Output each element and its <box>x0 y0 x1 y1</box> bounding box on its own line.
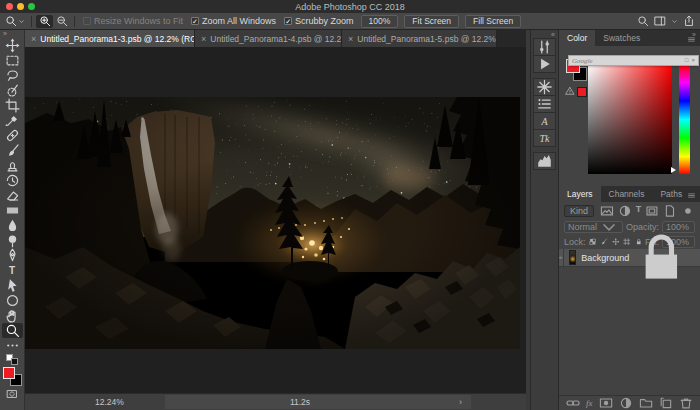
new-group-icon[interactable] <box>639 396 653 410</box>
actions-panel-icon[interactable] <box>533 55 556 73</box>
document-status[interactable]: 11.2s › <box>165 395 471 409</box>
rectangular-marquee-tool[interactable] <box>2 53 23 68</box>
panel-menu-icon[interactable] <box>687 191 696 200</box>
tab-color[interactable]: Color <box>559 30 595 46</box>
document-tab[interactable]: ×Untitled_Panorama1-3.psb @ 12.2% (RGB/1… <box>25 30 195 47</box>
close-tab-icon[interactable]: × <box>348 34 353 44</box>
character-panel-icon[interactable]: Tk <box>533 129 556 147</box>
filter-type-layers-icon[interactable]: T <box>636 204 642 218</box>
blend-mode-dropdown[interactable]: Normal <box>564 221 623 233</box>
lock-position-icon[interactable] <box>612 238 620 246</box>
fit-screen-button[interactable]: Fit Screen <box>404 15 459 28</box>
gamut-warning-icon[interactable] <box>565 86 575 96</box>
pasteboard[interactable] <box>25 47 526 393</box>
document-tab[interactable]: ×Untitled_Panorama1-5.psb @ 12.2% (ra… <box>342 30 497 47</box>
saturation-brightness-field[interactable] <box>588 65 672 174</box>
quick-mask-button[interactable] <box>6 388 18 400</box>
type-tool[interactable]: T <box>2 263 23 278</box>
foreground-color-swatch[interactable] <box>3 367 15 379</box>
active-tool-preview[interactable] <box>5 15 25 27</box>
new-adjustment-layer-icon[interactable] <box>619 396 633 410</box>
document-tab[interactable]: ×Untitled_Panorama1-4.psb @ 12.2% (La… <box>195 30 342 47</box>
add-mask-icon[interactable] <box>599 396 613 410</box>
checkbox-zoom-all-windows[interactable]: ✓Zoom All Windows <box>191 16 276 26</box>
pen-tool[interactable] <box>2 248 23 263</box>
spot-healing-brush-tool[interactable] <box>2 128 23 143</box>
link-layers-icon[interactable] <box>566 396 580 410</box>
document-tabs-bar: ×Untitled_Panorama1-3.psb @ 12.2% (RGB/1… <box>25 30 526 47</box>
filter-pixel-layers-icon[interactable] <box>600 204 614 218</box>
gradient-tool[interactable] <box>2 203 23 218</box>
paragraph-panel-icon[interactable] <box>533 95 556 113</box>
quick-selection-tool[interactable] <box>2 83 23 98</box>
zoom-tool[interactable] <box>2 323 23 338</box>
filter-toggle-icon[interactable] <box>681 204 695 218</box>
overlay-minimize-icon[interactable]: □ <box>685 56 689 65</box>
google-overlay-window[interactable]: Google □ × <box>569 56 698 65</box>
canvas-image[interactable] <box>25 97 520 349</box>
zoom-out-button[interactable] <box>53 15 70 28</box>
new-layer-icon[interactable] <box>659 396 673 410</box>
lock-transparency-icon[interactable] <box>589 238 597 246</box>
histogram-panel-icon[interactable] <box>533 152 556 170</box>
filter-smart-objects-icon[interactable] <box>663 204 677 218</box>
minimize-window-button[interactable] <box>17 3 24 10</box>
fill-screen-button[interactable]: Fill Screen <box>465 15 521 28</box>
default-swap-colors-icon[interactable] <box>6 354 19 365</box>
history-brush-tool[interactable] <box>2 173 23 188</box>
workspace-icon[interactable] <box>654 15 666 27</box>
lasso-tool[interactable] <box>2 68 23 83</box>
crop-tool[interactable] <box>2 98 23 113</box>
eraser-tool[interactable] <box>2 188 23 203</box>
ellipse-tool[interactable] <box>2 293 23 308</box>
zoom-level-field[interactable]: 12.24% <box>95 394 124 410</box>
tab-paths[interactable]: Paths <box>652 186 690 202</box>
dodge-tool[interactable] <box>2 233 23 248</box>
tab-channels[interactable]: Channels <box>601 186 653 202</box>
zoom-in-button[interactable] <box>36 15 53 28</box>
close-window-button[interactable] <box>6 3 13 10</box>
toolbar-expand-icon[interactable]: » <box>3 30 7 38</box>
yosemite-night-panorama <box>25 97 520 349</box>
workspace-chevron-icon[interactable] <box>671 18 678 25</box>
search-icon[interactable] <box>637 15 649 27</box>
adjustments-panel-icon[interactable] <box>533 38 556 56</box>
delete-layer-icon[interactable] <box>679 396 693 410</box>
panel-menu-icon[interactable] <box>687 35 696 44</box>
status-chevron-icon[interactable]: › <box>459 397 462 407</box>
lock-paint-icon[interactable] <box>600 238 608 246</box>
close-tab-icon[interactable]: × <box>201 34 206 44</box>
glyphs-panel-icon[interactable]: A <box>533 112 556 130</box>
layer-thumbnail[interactable] <box>569 250 577 265</box>
tool-preset-chevron-icon <box>18 18 25 25</box>
overlay-close-icon[interactable]: × <box>691 56 695 65</box>
filter-adjustment-layers-icon[interactable] <box>618 204 632 218</box>
color-swatches <box>3 367 22 386</box>
hand-tool[interactable] <box>2 308 23 323</box>
zoom-window-button[interactable] <box>28 3 35 10</box>
close-tab-icon[interactable]: × <box>31 34 36 44</box>
move-tool[interactable] <box>2 38 23 53</box>
google-window-buttons: □ × <box>685 56 695 65</box>
checkbox-scrubby-zoom[interactable]: ✓Scrubby Zoom <box>284 16 354 26</box>
blur-tool[interactable] <box>2 218 23 233</box>
clone-stamp-tool[interactable] <box>2 158 23 173</box>
filter-shape-layers-icon[interactable] <box>645 204 659 218</box>
tab-swatches[interactable]: Swatches <box>595 30 648 46</box>
filter-kind-dropdown[interactable]: Kind <box>564 205 594 217</box>
layer-row-background[interactable]: Background <box>559 249 700 267</box>
checkbox-box[interactable]: ✓ <box>284 17 292 25</box>
brush-tool[interactable] <box>2 143 23 158</box>
layer-visibility-toggle[interactable] <box>559 249 564 266</box>
styles-panel-icon[interactable] <box>533 78 556 96</box>
path-selection-tool[interactable] <box>2 278 23 293</box>
tab-layers[interactable]: Layers <box>559 186 601 202</box>
edit-toolbar-icon[interactable] <box>2 338 23 353</box>
checkbox-box[interactable]: ✓ <box>191 17 199 25</box>
hue-slider[interactable] <box>679 65 690 174</box>
share-icon[interactable] <box>683 15 695 27</box>
layer-style-icon[interactable]: fx <box>586 398 593 408</box>
100--button[interactable]: 100% <box>361 15 399 28</box>
eyedropper-tool[interactable] <box>2 113 23 128</box>
gamut-color-cube[interactable] <box>577 87 587 97</box>
